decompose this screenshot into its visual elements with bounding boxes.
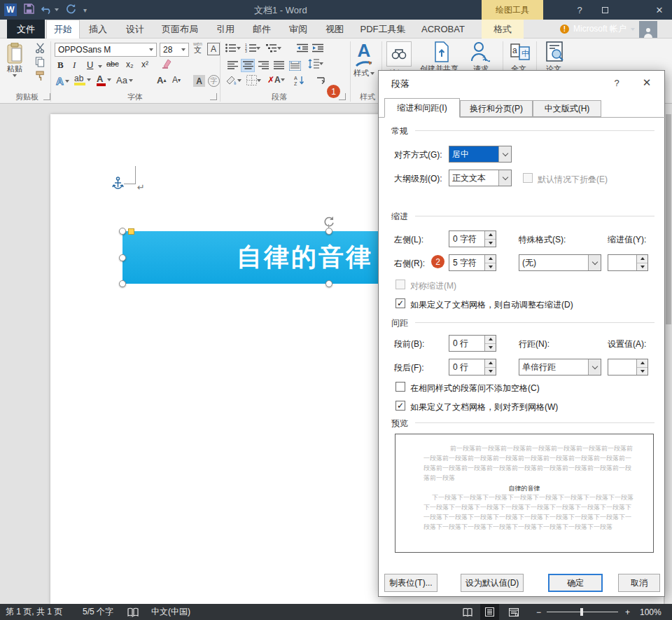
vertical-scrollbar-thumb[interactable] [666, 114, 671, 324]
phonetic-guide-icon[interactable]: wén 文 [193, 41, 202, 54]
clear-formatting-icon[interactable] [161, 58, 174, 69]
request-signatures-icon[interactable]: x [470, 41, 490, 62]
tab-design[interactable]: 设计 [119, 20, 151, 39]
tab-review[interactable]: 审阅 [283, 20, 314, 39]
grow-font-icon[interactable]: A▴ [157, 75, 166, 85]
snap-to-grid-checkbox[interactable]: ✓ [396, 401, 405, 411]
qat-customize-icon[interactable]: ▾ [83, 6, 87, 14]
underline-caret-icon[interactable] [98, 65, 102, 68]
zoom-in-button[interactable]: + [625, 604, 630, 620]
tab-acrobat[interactable]: ACROBAT [416, 20, 470, 39]
alignment-select[interactable]: 居中 [449, 146, 512, 163]
paste-button[interactable]: 粘贴 [6, 43, 24, 77]
cancel-button[interactable]: 取消 [618, 574, 660, 592]
maximize-icon[interactable] [595, 2, 615, 18]
zoom-out-button[interactable]: − [536, 604, 541, 620]
shrink-font-icon[interactable]: A▾ [172, 75, 181, 85]
dialog-help-icon[interactable]: ? [606, 75, 627, 90]
align-right-icon[interactable] [256, 59, 270, 72]
text-effects-icon[interactable]: A [56, 75, 69, 87]
save-icon[interactable] [24, 4, 34, 17]
indent-left-spinner[interactable]: 0 字符 [449, 230, 496, 247]
avatar[interactable] [639, 21, 657, 38]
shading-icon[interactable] [225, 75, 241, 85]
justify-icon[interactable] [272, 59, 286, 72]
superscript-button[interactable]: x² [141, 60, 148, 69]
strikethrough-button[interactable]: abc [106, 60, 119, 68]
resize-handle-top[interactable] [326, 228, 332, 235]
tab-pdf-tools[interactable]: PDF工具集 [356, 20, 410, 39]
outline-level-select[interactable]: 正文文本 [449, 170, 512, 186]
enclose-characters-icon[interactable]: 字 [208, 75, 220, 87]
indent-by-spinner[interactable] [608, 254, 648, 271]
word-count[interactable]: 5/5 个字 [83, 604, 113, 620]
word-app-icon[interactable]: W [4, 4, 17, 16]
font-size-select[interactable]: 28 [160, 43, 189, 57]
numbering-icon[interactable]: 123 [245, 43, 260, 53]
resize-handle-left[interactable] [119, 254, 126, 261]
no-space-same-style-checkbox[interactable] [396, 382, 405, 392]
web-layout-icon[interactable] [504, 604, 523, 620]
tabs-button[interactable]: 制表位(T)... [384, 574, 438, 592]
sort-icon[interactable]: AZ [294, 75, 305, 85]
language-indicator[interactable]: 中文(中国) [151, 604, 190, 620]
resize-handle-top-left[interactable] [119, 228, 126, 235]
mirror-indents-checkbox[interactable] [396, 280, 405, 289]
resize-handle-bottom[interactable] [326, 280, 332, 287]
adjust-handle[interactable] [128, 228, 134, 235]
spacing-at-spinner[interactable] [608, 359, 648, 376]
tab-insert[interactable]: 插入 [83, 20, 113, 39]
show-hide-mark-icon[interactable] [316, 75, 327, 85]
space-after-spinner[interactable]: 0 行 [449, 359, 496, 376]
subscript-button[interactable]: x₂ [126, 60, 134, 69]
character-shading-icon[interactable]: A [193, 75, 205, 87]
tab-view[interactable]: 视图 [319, 20, 350, 39]
undo-icon[interactable] [41, 5, 59, 15]
cut-icon[interactable] [35, 43, 46, 53]
read-mode-icon[interactable] [458, 604, 477, 620]
space-before-spinner[interactable]: 0 行 [449, 335, 496, 352]
dialog-close-icon[interactable]: ✕ [636, 75, 657, 90]
page-indicator[interactable]: 第 1 页, 共 1 页 [6, 604, 62, 620]
underline-button[interactable]: U [87, 60, 93, 70]
proofing-icon[interactable] [127, 604, 139, 620]
zoom-slider-thumb[interactable] [580, 608, 583, 616]
italic-button[interactable]: I [73, 60, 76, 71]
copy-icon[interactable] [35, 57, 45, 67]
dialog-tab-line-page-breaks[interactable]: 换行和分页(P) [460, 100, 533, 117]
selected-text-box[interactable]: 自律的音律 [122, 231, 382, 284]
auto-adjust-right-indent-checkbox[interactable]: ✓ [396, 298, 405, 308]
tab-file[interactable]: 文件 [7, 20, 45, 39]
distribute-icon[interactable] [287, 59, 302, 72]
tab-page-layout[interactable]: 页面布局 [157, 20, 203, 39]
special-indent-select[interactable]: (无) [519, 254, 601, 271]
set-default-button[interactable]: 设为默认值(D) [461, 574, 524, 592]
asian-layout-icon[interactable]: ✗A [267, 75, 285, 85]
clipboard-dialog-launcher-icon[interactable] [43, 93, 50, 100]
create-share-pdf-icon[interactable] [433, 41, 451, 62]
translate-icon[interactable]: a中 [510, 41, 531, 62]
align-left-icon[interactable] [225, 59, 239, 72]
decrease-indent-icon[interactable] [297, 43, 308, 53]
borders-icon[interactable] [246, 75, 261, 85]
increase-indent-icon[interactable] [312, 43, 323, 53]
account-area[interactable]: ! Microsoft 帐户 [560, 20, 657, 39]
font-dialog-launcher-icon[interactable] [210, 93, 217, 100]
format-painter-icon[interactable] [35, 71, 46, 81]
change-case-icon[interactable]: Aa [116, 75, 133, 85]
tab-format[interactable]: 格式 [482, 20, 524, 39]
highlight-color-icon[interactable]: ab [74, 74, 91, 85]
resize-handle-bottom-left[interactable] [119, 280, 126, 287]
paragraph-dialog-launcher-icon[interactable] [339, 93, 346, 100]
close-window-icon[interactable]: ✕ [650, 2, 669, 18]
tab-home[interactable]: 开始 [46, 20, 80, 39]
help-icon[interactable]: ? [570, 2, 589, 18]
bold-button[interactable]: B [57, 60, 64, 71]
print-layout-icon[interactable] [480, 604, 499, 620]
multilevel-list-icon[interactable] [266, 43, 281, 53]
collapsed-by-default-checkbox[interactable] [523, 173, 533, 183]
ok-button[interactable]: 确定 [548, 574, 603, 592]
dialog-tab-indents-spacing[interactable]: 缩进和间距(I) [384, 98, 460, 118]
zoom-level[interactable]: 100% [640, 604, 662, 620]
tab-mailings[interactable]: 邮件 [246, 20, 277, 39]
